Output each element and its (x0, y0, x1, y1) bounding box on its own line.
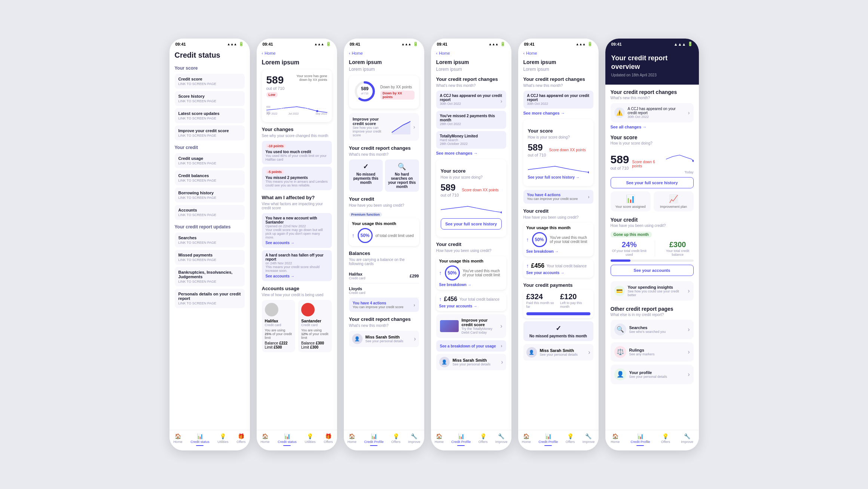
menu-accounts[interactable]: Accounts LINK TO SCREEN PAGE (175, 205, 245, 220)
nav-offers-4[interactable]: 💡 Offers (479, 433, 488, 446)
menu-missed-payments[interactable]: Missed payments LINK TO SCREEN PAGE (175, 250, 245, 265)
tm-item-4[interactable]: TotallyMoney Limited Hard search 28th Oc… (436, 131, 506, 149)
menu-latest-updates[interactable]: Latest score updates LINK TO SCREEN PAGE (175, 108, 245, 123)
credit-sub-4: How have you been using credit? (436, 249, 506, 253)
missed-item-4[interactable]: You've missed 2 payments this month 28th… (436, 111, 506, 129)
change-item-2[interactable]: -5 points You missed 2 payments This mea… (262, 167, 332, 190)
person-card-3[interactable]: 👤 Miss Sarah Smith See your personal det… (349, 331, 419, 347)
nav-home-1[interactable]: 🏠 Home (173, 433, 182, 446)
screen5-subtitle: Lorem ipsum (523, 67, 593, 72)
nav-home-6[interactable]: 🏠 Home (611, 433, 620, 446)
svg-text:of 710: of 710 (361, 92, 369, 95)
profile-page-card-6[interactable]: 👤 Your profile See your personal details… (611, 365, 694, 384)
screen6-content: Your credit report changes What's new th… (605, 85, 699, 430)
nav-offers-1[interactable]: 🎁 Offers (236, 433, 245, 446)
full-history-5[interactable]: See your full score history → (528, 175, 589, 179)
changes-title-4: Your credit report changes (436, 76, 506, 82)
nav-credit-2[interactable]: 📊 Credit status (278, 433, 297, 446)
time-1: 09:41 (175, 42, 186, 46)
see-accounts-5[interactable]: See your accounts → (526, 271, 590, 275)
offers-icon-6: 💡 (662, 433, 669, 439)
nav-credit-6[interactable]: 📊 Credit Profile (630, 433, 650, 446)
score-assigned-card-6[interactable]: 📊 Your score assigned (611, 191, 651, 212)
person-chevron-5: › (588, 349, 590, 356)
see-all-link-6[interactable]: See all changes → (611, 125, 694, 129)
improvement-plan-card-6[interactable]: 📈 Improvement plan (654, 191, 694, 212)
breakdown-link-4[interactable]: See breakdown → (439, 283, 503, 287)
nav-credit-5[interactable]: 📊 Credit Profile (538, 433, 558, 446)
nav-home-2[interactable]: 🏠 Home (260, 433, 269, 446)
menu-searches[interactable]: Searches LINK TO SCREEN PAGE (175, 233, 245, 247)
person-avatar-3: 👤 (352, 334, 363, 344)
nav-credit-4[interactable]: 📊 Credit Profile (451, 433, 471, 446)
cci-item-5[interactable]: A CCJ has appeared on your credit report… (523, 91, 593, 109)
back-chevron-3: ‹ (349, 51, 351, 55)
percent-circle-5: 50% (532, 232, 547, 247)
rulings-page-card-6[interactable]: ⚖️ Rulings See any markers › (611, 342, 694, 362)
menu-credit-balances[interactable]: Credit balances LINK TO SCREEN PAGE (175, 170, 245, 185)
nav-improve-5[interactable]: 🔧 Improve (583, 433, 595, 446)
full-history-btn-6[interactable]: See your full score history (611, 177, 694, 188)
full-history-btn-4[interactable]: See your full score history (441, 218, 502, 230)
menu-borrowing-history[interactable]: Borrowing history LINK TO SCREEN PAGE (175, 188, 245, 203)
nav-util-2[interactable]: 💡 Utilities (305, 433, 315, 446)
nav-improve-6[interactable]: 🔧 Improve (681, 433, 693, 446)
nav-improve-3[interactable]: 🔧 Improve (408, 433, 421, 446)
change-item-1[interactable]: -10 points You used too much credit You … (262, 141, 332, 164)
nav-home-4[interactable]: 🏠 Home (435, 433, 444, 446)
stat-divider (655, 240, 655, 256)
nav-home-5[interactable]: 🏠 Home (522, 433, 531, 446)
no-missed-text-5: No missed payments this month (526, 334, 590, 338)
nav-improve-4[interactable]: 🔧 Improve (495, 433, 508, 446)
menu-personal-details[interactable]: Personals details on your credit report … (175, 289, 245, 308)
nav-credit-status[interactable]: 📊 Credit status (190, 433, 210, 446)
menu-credit-usage[interactable]: Credit usage LINK TO SCREEN PAGE (175, 153, 245, 168)
person-card-5[interactable]: 👤 Miss Sarah Smith See your personal det… (523, 344, 593, 361)
improve-card-3[interactable]: Improve your credit score See how you ca… (349, 113, 419, 141)
cci-item-4[interactable]: A CCJ has appeared on your credit report… (436, 91, 506, 109)
nav-offers-3[interactable]: 💡 Offers (391, 433, 400, 446)
wifi-icon: ▲▲▲ (227, 42, 237, 46)
improve-sub-4: Try the TotallyMoney Debit Card today (462, 327, 498, 334)
see-more-4[interactable]: See more changes → (436, 151, 506, 155)
back-link-3[interactable]: ‹ Home (349, 51, 419, 55)
searches-page-card-6[interactable]: 🔍 Searches See who's searched you › (611, 320, 694, 339)
nav-utilities-1[interactable]: 💡 Utilities (217, 433, 228, 446)
wifi-icon-6: ▲▲▲ (674, 42, 686, 46)
new-account-title: You have a new account with Santander (266, 216, 328, 224)
back-link-2[interactable]: ‹ Home (262, 51, 332, 55)
nav-offers-2[interactable]: 🎁 Offers (324, 433, 333, 446)
actions-btn-4[interactable]: See a breakdown of your usage › (436, 340, 506, 352)
actions-btn-3[interactable]: You have 4 actions You can improve your … (349, 298, 419, 312)
new-account-item[interactable]: You have a new account with Santander Op… (262, 213, 332, 248)
person-card-4[interactable]: 👤 Miss Sarah Smith See your personal det… (436, 354, 506, 370)
menu-improve-score[interactable]: Improve your credit score LINK TO SCREEN… (175, 125, 245, 140)
nav-offers-5[interactable]: 💡 Offers (566, 433, 575, 446)
nav-credit-3[interactable]: 📊 Credit Profile (364, 433, 383, 446)
nav-home-3[interactable]: 🏠 Home (348, 433, 357, 446)
see-accounts-4[interactable]: See your accounts → (439, 304, 503, 308)
see-accounts-link-2[interactable]: See accounts → (266, 241, 328, 245)
improve-card-4[interactable]: Improve your credit score Try the Totall… (436, 314, 506, 338)
credit-icon-5: 📊 (545, 433, 551, 439)
breakdown-5[interactable]: See breakdown → (526, 249, 590, 253)
wifi-icon-3: ▲▲▲ (401, 42, 412, 46)
see-accounts-link-3[interactable]: See accounts → (266, 274, 328, 278)
see-accounts-btn-6[interactable]: See your accounts (611, 265, 694, 276)
back-link-4[interactable]: ‹ Home (436, 51, 506, 55)
spending-card-6[interactable]: 💳 Your spending insights See how you cou… (611, 281, 694, 301)
cci-card-6[interactable]: ⚠️ A CCJ has appeared on your credit rep… (611, 103, 694, 122)
nav-offers-6[interactable]: 💡 Offers (661, 433, 670, 446)
see-more-5[interactable]: See more changes → (523, 111, 593, 115)
actions-btn-5[interactable]: You have 4 actions You can improve your … (523, 190, 593, 204)
util-icon-2: 💡 (307, 433, 313, 439)
menu-credit-score[interactable]: Credit score LINK TO SCREEN PAGE (175, 74, 245, 89)
menu-bankruptcies[interactable]: Bankruptcies, Insolvancies, Judgements L… (175, 267, 245, 286)
back-link-5[interactable]: ‹ Home (523, 51, 593, 55)
badges-row-3: ✓ No missed payments this month 🔍 No har… (349, 160, 419, 192)
menu-score-history[interactable]: Score history LINK TO SCREEN PAGE (175, 91, 245, 106)
actions-sub-5: You can improve your credit score (527, 197, 578, 201)
hard-search-item[interactable]: A hard search has fallen off your report… (262, 250, 332, 281)
credit-icon-6: 📊 (637, 433, 644, 439)
score-down-4: Score down XX points (462, 188, 498, 192)
